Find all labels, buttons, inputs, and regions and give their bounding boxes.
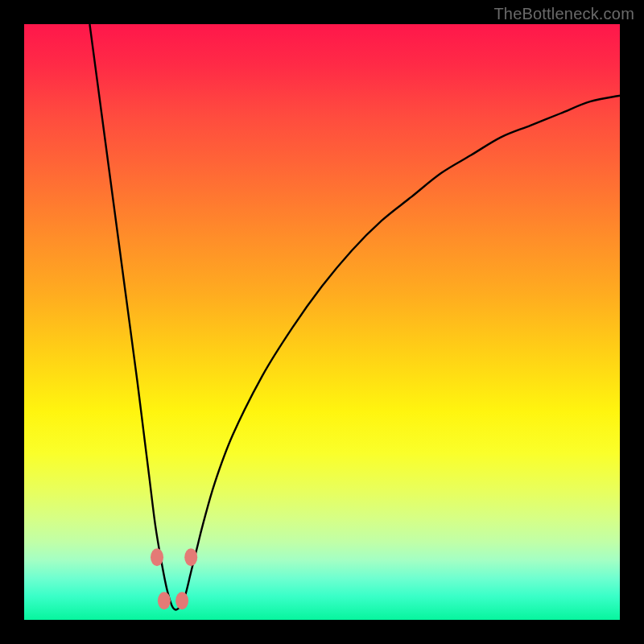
bottleneck-curve [89,24,620,610]
curve-marker [151,548,163,566]
curve-marker [175,592,188,609]
curve-markers [151,548,197,609]
curve-marker [184,548,197,566]
watermark-text: TheBottleneck.com [493,5,634,23]
curve-marker [158,592,171,609]
curve-layer [24,24,620,620]
